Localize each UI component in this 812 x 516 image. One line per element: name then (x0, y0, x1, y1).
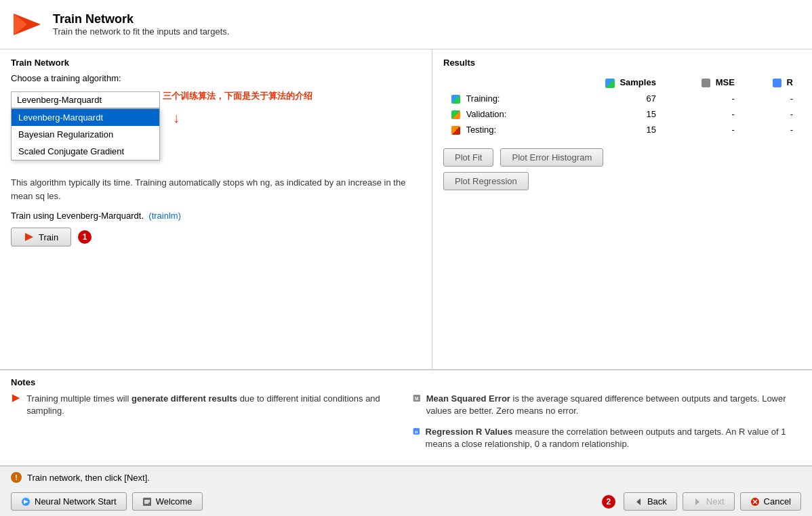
results-title: Results (443, 58, 801, 68)
note-item-mse: M Mean Squared Error is the average squa… (413, 393, 801, 417)
plot-buttons-row2: Plot Regression (443, 172, 801, 190)
welcome-icon (142, 497, 152, 507)
table-row-testing: Testing: 15 - - (443, 122, 801, 137)
notes-left: Training multiple times will generate di… (11, 393, 399, 458)
note-item-training: Training multiple times will generate di… (11, 393, 399, 417)
dropdown-item-scg[interactable]: Scaled Conjugate Gradient (12, 143, 159, 160)
annotation-arrow: ↓ (173, 110, 180, 126)
training-icon (451, 95, 460, 104)
mse-icon (702, 79, 710, 87)
validation-label: Validation: (443, 106, 557, 122)
note-item-regression: R Regression R Values measure the correl… (413, 426, 801, 450)
footer: ! Train network, then click [Next]. Neur… (0, 465, 812, 516)
choose-algorithm-label: Choose a training algorithm: (11, 73, 421, 83)
train-button-icon (24, 232, 35, 242)
training-label: Training: (443, 91, 557, 106)
plot-fit-button[interactable]: Plot Fit (443, 148, 493, 167)
svg-marker-2 (25, 233, 33, 241)
train-button[interactable]: Train (11, 228, 71, 246)
page-title: Train Network (53, 12, 229, 26)
train-network-section-title: Train Network (11, 58, 421, 68)
svg-text:M: M (415, 396, 419, 401)
train-network-icon (11, 8, 43, 41)
testing-mse: - (664, 122, 743, 137)
note-training-text: Training multiple times will generate di… (26, 393, 399, 417)
back-icon (634, 497, 643, 507)
right-panel: Results Samples MSE R (432, 49, 812, 370)
validation-icon (451, 110, 460, 119)
training-samples: 67 (557, 91, 664, 106)
col-header-mse: MSE (664, 74, 743, 91)
plot-error-histogram-button[interactable]: Plot Error Histogram (500, 148, 603, 167)
dropdown-popup: Levenberg-Marquardt Bayesian Regularizat… (11, 108, 160, 160)
footer-buttons: Neural Network Start Welcome 2 Back (0, 488, 812, 516)
svg-marker-15 (695, 498, 699, 505)
plot-buttons-row1: Plot Fit Plot Error Histogram (443, 148, 801, 167)
algorithm-description: This algorithm typically its time. Train… (11, 176, 421, 202)
footer-left-buttons: Neural Network Start Welcome (11, 492, 203, 511)
testing-icon (451, 126, 460, 135)
validation-r: - (743, 106, 801, 122)
algorithm-dropdown-container: Levenberg-Marquardt Bayesian Regularizat… (11, 91, 160, 108)
left-panel: Train Network Choose a training algorith… (0, 49, 432, 370)
footer-info: ! Train network, then click [Next]. (0, 467, 812, 488)
train-using-text: Train using Levenberg-Marquardt. (trainl… (11, 211, 421, 221)
next-icon (693, 497, 702, 507)
r-icon (773, 79, 781, 87)
notes-right: M Mean Squared Error is the average squa… (413, 393, 801, 458)
samples-icon (605, 79, 615, 88)
testing-label: Testing: (443, 122, 557, 137)
plot-regression-button[interactable]: Plot Regression (443, 172, 529, 190)
svg-marker-14 (636, 498, 641, 505)
train-badge-1: 1 (78, 230, 92, 244)
header-text: Train Network Train the network to fit t… (53, 12, 229, 37)
note-regression-text: Regression R Values measure the correlat… (426, 426, 801, 450)
col-header-r: R (743, 74, 801, 91)
testing-samples: 15 (557, 122, 664, 137)
svg-text:R: R (415, 429, 418, 433)
train-link[interactable]: (trainlm) (148, 211, 181, 221)
note-mse-icon: M (413, 393, 421, 404)
welcome-button[interactable]: Welcome (132, 492, 203, 511)
footer-badge-2: 2 (602, 495, 615, 509)
table-row-validation: Validation: 15 - - (443, 106, 801, 122)
results-table: Samples MSE R Training: (443, 74, 801, 137)
notes-body: Training multiple times will generate di… (11, 393, 801, 458)
training-mse: - (664, 91, 743, 106)
col-header-samples: Samples (557, 74, 664, 91)
neural-network-start-button[interactable]: Neural Network Start (11, 492, 127, 511)
nn-start-icon (21, 497, 31, 507)
testing-r: - (743, 122, 801, 137)
table-row-training: Training: 67 - - (443, 91, 801, 106)
notes-title: Notes (11, 377, 801, 387)
dropdown-item-br[interactable]: Bayesian Regularization (12, 126, 159, 143)
next-button[interactable]: Next (683, 492, 735, 511)
header: Train Network Train the network to fit t… (0, 0, 812, 49)
algorithm-dropdown[interactable]: Levenberg-Marquardt Bayesian Regularizat… (11, 91, 160, 108)
train-button-area: Train 1 (11, 228, 421, 246)
validation-mse: - (664, 106, 743, 122)
annotation-text: 三个训练算法，下面是关于算法的介绍 (163, 90, 312, 102)
dropdown-item-lm[interactable]: Levenberg-Marquardt (12, 109, 159, 126)
back-button[interactable]: Back (624, 492, 677, 511)
note-regression-icon: R (413, 426, 420, 437)
footer-right-buttons: 2 Back Next Cancel (602, 492, 801, 511)
page-subtitle: Train the network to fit the inputs and … (53, 26, 229, 37)
cancel-icon (750, 497, 760, 507)
notes-section: Notes Training multiple times will gener… (0, 370, 812, 465)
training-r: - (743, 91, 801, 106)
col-header-label (443, 74, 557, 91)
svg-marker-3 (12, 395, 20, 402)
footer-info-text: Train network, then click [Next]. (27, 473, 150, 483)
footer-info-icon: ! (11, 472, 22, 483)
note-mse-text: Mean Squared Error is the average square… (426, 393, 801, 417)
main-content: Train Network Choose a training algorith… (0, 49, 812, 370)
validation-samples: 15 (557, 106, 664, 122)
cancel-button[interactable]: Cancel (740, 492, 801, 511)
note-training-icon (11, 393, 21, 404)
